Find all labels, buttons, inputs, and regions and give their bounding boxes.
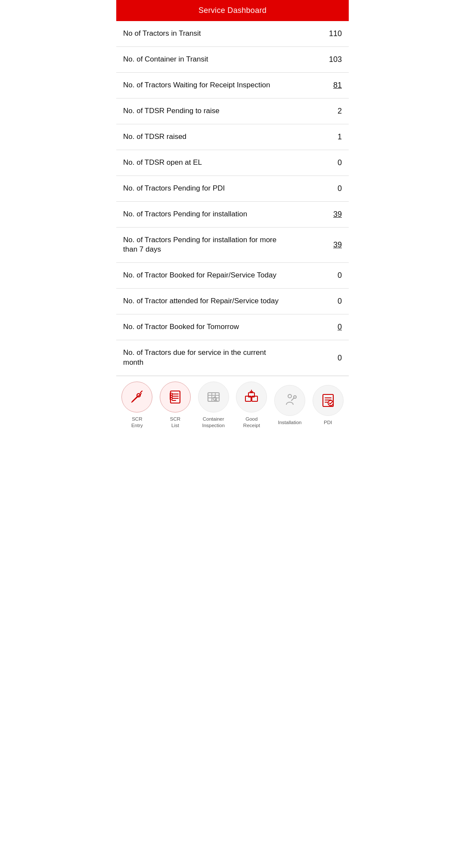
header-title: Service Dashboard xyxy=(198,6,267,15)
row-label-tdsr-raised: No. of TDSR raised xyxy=(116,124,291,150)
svg-rect-12 xyxy=(170,397,172,400)
nav-item-installation[interactable]: Installation xyxy=(271,385,309,426)
good-receipt-icon xyxy=(236,382,267,412)
row-value-tractors-waiting-receipt[interactable]: 81 xyxy=(291,72,349,98)
row-label-tractor-booked-tomorrow: No. of Tractor Booked for Tomorrow xyxy=(116,314,291,340)
svg-point-22 xyxy=(288,394,291,398)
nav-label-scr-list: SCR List xyxy=(170,416,180,429)
nav-label-good-receipt: Good Receipt xyxy=(243,416,260,429)
row-label-tdsr-open-el: No. of TDSR open at EL xyxy=(116,150,291,175)
row-value-tractors-pending-installation[interactable]: 39 xyxy=(291,201,349,227)
row-value-tdsr-pending-raise: 2 xyxy=(291,98,349,124)
row-label-tractors-waiting-receipt: No. of Tractors Waiting for Receipt Insp… xyxy=(116,72,291,98)
row-label-tractors-due-service-month: No. of Tractors due for service in the c… xyxy=(116,340,291,376)
table-row: No. of TDSR open at EL0 xyxy=(116,150,349,175)
nav-label-pdi: PDI xyxy=(324,419,332,426)
row-label-tractors-pending-installation: No. of Tractors Pending for installation xyxy=(116,201,291,227)
table-row: No. of Container in Transit103 xyxy=(116,46,349,72)
row-value-tractors-in-transit: 110 xyxy=(291,21,349,46)
container-inspection-icon xyxy=(198,382,229,412)
row-value-tdsr-open-el: 0 xyxy=(291,150,349,175)
row-label-containers-in-transit: No. of Container in Transit xyxy=(116,46,291,72)
nav-label-container-inspection: Container Inspection xyxy=(202,416,224,429)
nav-label-scr-entry: SCR Entry xyxy=(131,416,143,429)
table-row: No. of Tractors due for service in the c… xyxy=(116,340,349,376)
svg-line-23 xyxy=(291,398,294,400)
header: Service Dashboard xyxy=(116,0,349,21)
svg-line-2 xyxy=(140,391,142,393)
nav-item-pdi[interactable]: PDI xyxy=(309,385,347,426)
table-row: No. of Tractor Booked for Repair/Service… xyxy=(116,263,349,289)
row-value-tdsr-raised: 1 xyxy=(291,124,349,150)
row-label-tractor-attended-repair-today: No. of Tractor attended for Repair/Servi… xyxy=(116,289,291,314)
nav-label-installation: Installation xyxy=(278,419,302,426)
table-row[interactable]: No. of Tractor Booked for Tomorrow0 xyxy=(116,314,349,340)
row-label-tractors-in-transit: No of Tractors in Transit xyxy=(116,21,291,46)
table-row[interactable]: No. of Tractors Pending for installation… xyxy=(116,227,349,263)
svg-point-24 xyxy=(294,396,296,398)
row-label-tractors-pending-installation-7days: No. of Tractors Pending for installation… xyxy=(116,227,291,263)
dashboard-table: No of Tractors in Transit110No. of Conta… xyxy=(116,21,349,376)
row-value-tractors-due-service-month: 0 xyxy=(291,340,349,376)
bottom-nav: SCR Entry SCR List Container Inspection … xyxy=(116,376,349,436)
table-row: No of Tractors in Transit110 xyxy=(116,21,349,46)
table-row[interactable]: No. of Tractors Waiting for Receipt Insp… xyxy=(116,72,349,98)
table-row: No. of Tractors Pending for PDI0 xyxy=(116,175,349,201)
nav-item-scr-entry[interactable]: SCR Entry xyxy=(118,382,156,429)
scr-list-icon xyxy=(160,382,191,412)
scr-entry-icon xyxy=(121,382,152,412)
row-value-tractor-attended-repair-today: 0 xyxy=(291,289,349,314)
row-value-tractor-booked-tomorrow[interactable]: 0 xyxy=(291,314,349,340)
row-value-tractor-booked-repair-today: 0 xyxy=(291,263,349,289)
installation-icon xyxy=(274,385,305,416)
table-row: No. of TDSR Pending to raise2 xyxy=(116,98,349,124)
row-label-tractors-pending-pdi: No. of Tractors Pending for PDI xyxy=(116,175,291,201)
table-row[interactable]: No. of Tractors Pending for installation… xyxy=(116,201,349,227)
row-value-tractors-pending-installation-7days[interactable]: 39 xyxy=(291,227,349,263)
row-value-tractors-pending-pdi: 0 xyxy=(291,175,349,201)
row-label-tractor-booked-repair-today: No. of Tractor Booked for Repair/Service… xyxy=(116,263,291,289)
nav-item-scr-list[interactable]: SCR List xyxy=(156,382,195,429)
table-row: No. of Tractor attended for Repair/Servi… xyxy=(116,289,349,314)
nav-item-good-receipt[interactable]: Good Receipt xyxy=(232,382,271,429)
table-row: No. of TDSR raised1 xyxy=(116,124,349,150)
nav-item-container-inspection[interactable]: Container Inspection xyxy=(194,382,232,429)
row-label-tdsr-pending-raise: No. of TDSR Pending to raise xyxy=(116,98,291,124)
row-value-containers-in-transit: 103 xyxy=(291,46,349,72)
pdi-icon xyxy=(313,385,344,416)
